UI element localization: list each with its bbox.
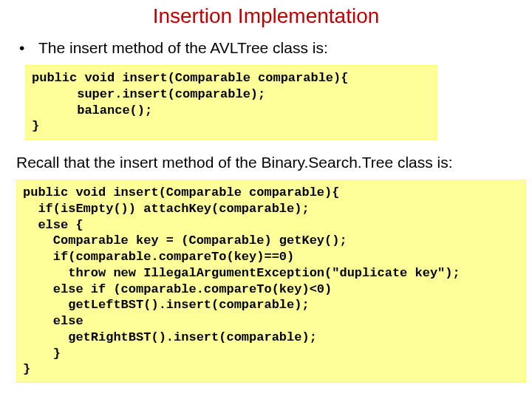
slide: Insertion Implementation • The insert me… <box>0 0 532 399</box>
bullet-item: • The insert method of the AVLTree class… <box>19 38 517 58</box>
bullet-text: The insert method of the AVLTree class i… <box>38 38 328 58</box>
code-block-avl: public void insert(Comparable comparable… <box>25 65 437 140</box>
slide-title: Insertion Implementation <box>15 4 517 28</box>
bullet-marker: • <box>19 38 38 58</box>
paragraph: Recall that the insert method of the Bin… <box>16 153 517 172</box>
code-block-bst: public void insert(Comparable comparable… <box>16 180 526 383</box>
